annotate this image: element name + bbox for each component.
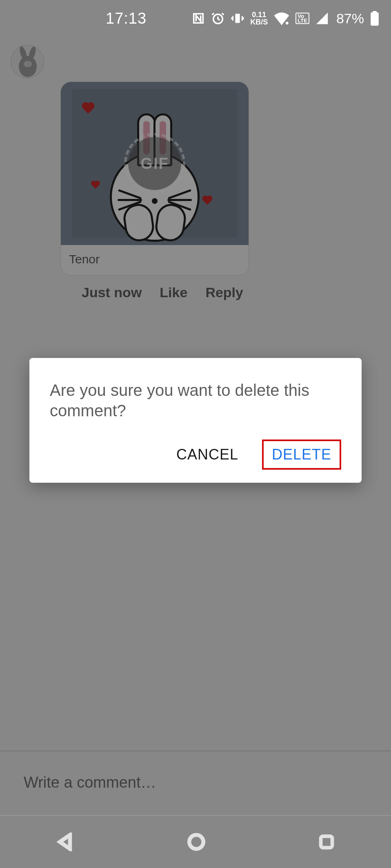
status-icons: 0.11 KB/S VoLTE 87% (191, 11, 380, 27)
system-nav-bar (0, 816, 391, 868)
vibrate-icon (231, 11, 244, 25)
alarm-icon (211, 11, 225, 25)
volte-icon: VoLTE (295, 13, 309, 24)
svg-point-10 (189, 835, 204, 849)
battery-icon (370, 11, 380, 26)
svg-rect-4 (373, 11, 377, 13)
dialog-message: Are you sure you want to delete this com… (50, 380, 341, 421)
data-rate: 0.11 KB/S (250, 11, 268, 26)
dialog-actions: CANCEL DELETE (50, 440, 341, 470)
svg-rect-11 (321, 836, 332, 848)
delete-confirm-dialog: Are you sure you want to delete this com… (29, 358, 362, 483)
back-icon[interactable] (56, 833, 75, 851)
recent-apps-icon[interactable] (318, 833, 335, 850)
battery-percent: 87% (336, 11, 364, 27)
data-rate-unit: KB/S (250, 18, 268, 26)
nfc-icon (191, 11, 205, 25)
home-icon[interactable] (187, 833, 206, 851)
cancel-button[interactable]: CANCEL (169, 440, 246, 469)
data-rate-value: 0.11 (250, 11, 268, 18)
status-time: 17:13 (106, 10, 147, 27)
delete-button[interactable]: DELETE (262, 440, 341, 470)
wifi-icon (273, 11, 290, 25)
svg-rect-1 (235, 14, 240, 23)
svg-point-2 (286, 22, 289, 24)
screen: 17:13 0.11 KB/S VoLTE 87% (0, 0, 391, 868)
signal-icon (315, 11, 329, 25)
svg-rect-3 (371, 12, 379, 26)
status-bar: 17:13 0.11 KB/S VoLTE 87% (0, 0, 391, 37)
